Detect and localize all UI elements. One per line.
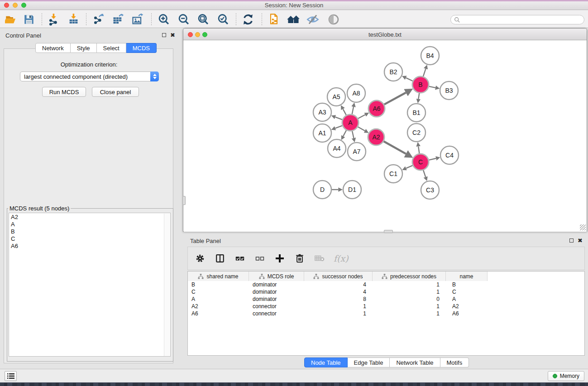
export-network-button[interactable] [92, 13, 105, 26]
edge-A-A8[interactable] [352, 107, 354, 114]
export-table-button[interactable] [111, 13, 125, 26]
graph-node-D1[interactable]: D1 [343, 181, 361, 199]
graph-node-A1[interactable]: A1 [313, 124, 331, 142]
resize-grip-icon[interactable] [580, 224, 586, 230]
table-row[interactable]: Cdominator41C [188, 288, 584, 295]
import-table-button[interactable] [67, 13, 81, 26]
table-row[interactable]: Bdominator41B [188, 281, 584, 288]
edge-B-B2[interactable] [406, 78, 413, 81]
edge-A-A5[interactable] [343, 109, 346, 115]
graph-node-A5[interactable]: A5 [327, 88, 345, 106]
table-row[interactable]: A2connector11A2 [188, 303, 584, 310]
close-panel-button[interactable]: Close panel [92, 87, 139, 97]
columns-button[interactable] [214, 253, 226, 264]
export-image-icon [131, 13, 144, 26]
edge-A-A2[interactable] [358, 127, 365, 131]
graph-node-A[interactable]: A [342, 114, 359, 131]
tab-select[interactable]: Select [97, 43, 126, 53]
gear-button[interactable] [194, 253, 206, 264]
graph-node-A6[interactable]: A6 [368, 100, 385, 117]
edge-A-A6[interactable] [358, 114, 365, 119]
edge-A-A3[interactable] [335, 117, 342, 120]
graph-node-C4[interactable]: C4 [440, 146, 459, 164]
graph-node-C[interactable]: C [412, 154, 429, 170]
zoom-out-button[interactable] [177, 13, 191, 26]
edge-A-A7[interactable] [352, 131, 354, 138]
column-header-mcds-role[interactable]: MCDS role [249, 272, 304, 281]
edge-C-C1[interactable] [406, 166, 412, 168]
select-all-button[interactable] [234, 253, 246, 264]
zoom-in-button[interactable] [157, 13, 171, 26]
close-table-panel-icon[interactable]: ✖ [578, 238, 583, 243]
edge-C-C3[interactable] [423, 170, 425, 177]
clear-table-button[interactable] [314, 253, 325, 264]
network-window-titlebar[interactable]: testGlobe.txt [183, 29, 587, 40]
optimization-criterion-select[interactable]: largest connected component (directed) [20, 71, 159, 81]
column-header-predecessor-nodes[interactable]: predecessor nodes [373, 272, 446, 281]
float-table-panel-icon[interactable] [569, 238, 574, 243]
result-scrollbar[interactable] [164, 214, 170, 357]
float-panel-icon[interactable] [162, 33, 166, 37]
graph-node-A7[interactable]: A7 [348, 143, 366, 161]
memory-button[interactable]: Memory [548, 371, 584, 381]
home-button[interactable] [287, 13, 300, 26]
edge-B-B4[interactable] [423, 69, 426, 76]
show-panel-button[interactable] [327, 13, 340, 26]
deselect-all-button[interactable] [254, 253, 266, 264]
graph-node-C3[interactable]: C3 [421, 181, 439, 199]
graph-node-A2[interactable]: A2 [368, 129, 384, 145]
edge-A6-B[interactable] [384, 93, 406, 105]
graph-node-C2[interactable]: C2 [407, 124, 425, 142]
edge-A-A4[interactable] [343, 130, 346, 136]
graph-node-C1[interactable]: C1 [384, 165, 402, 183]
tab-network-table[interactable]: Network Table [390, 357, 440, 367]
column-header-name[interactable]: name [446, 272, 488, 281]
zoom-selected-button[interactable] [216, 13, 230, 26]
edge-C-C4[interactable] [429, 158, 436, 160]
graph-node-A4[interactable]: A4 [328, 139, 346, 157]
hide-panel-button[interactable] [306, 13, 320, 26]
run-mcds-button[interactable]: Run MCDS [42, 87, 86, 97]
graph-node-B3[interactable]: B3 [440, 81, 458, 100]
task-history-button[interactable] [5, 371, 17, 381]
splitter-handle-bottom[interactable] [384, 230, 393, 233]
graph-node-B[interactable]: B [412, 76, 429, 93]
edge-A-A1[interactable] [335, 126, 342, 129]
tab-mcds[interactable]: MCDS [126, 43, 157, 53]
refresh-layout-button[interactable] [241, 13, 255, 26]
graph-node-A3[interactable]: A3 [313, 103, 331, 121]
edge-B-B3[interactable] [429, 86, 435, 88]
edge-B-B1[interactable] [418, 93, 419, 99]
splitter-handle-left[interactable] [182, 196, 186, 205]
tab-style[interactable]: Style [71, 43, 97, 53]
tab-motifs[interactable]: Motifs [440, 357, 469, 367]
mcds-result-list[interactable]: A2ABCA6 [9, 213, 171, 357]
graph-node-B2[interactable]: B2 [384, 63, 402, 81]
table-row[interactable]: Adominator80A [188, 295, 584, 303]
zoom-fit-button[interactable] [196, 13, 210, 26]
open-session-button[interactable] [4, 13, 18, 26]
network-canvas[interactable]: B4B2BB3A5A8A6B1A3AA1C2A2A4A7C4CC1C3DD1 [184, 41, 587, 232]
tab-node-table[interactable]: Node Table [304, 357, 348, 367]
import-network-button[interactable] [47, 13, 61, 26]
search-field[interactable] [450, 15, 584, 24]
add-column-button[interactable] [274, 253, 286, 264]
table-row[interactable]: A6connector11A6 [188, 310, 584, 317]
edge-C-C2[interactable] [418, 146, 419, 153]
graph-node-D[interactable]: D [313, 181, 331, 199]
export-image-button[interactable] [131, 13, 144, 26]
edge-A2-C[interactable] [384, 141, 406, 154]
function-builder-button[interactable]: f(x) [334, 253, 349, 263]
delete-column-button[interactable] [294, 253, 306, 264]
column-header-successor-nodes[interactable]: successor nodes [304, 272, 373, 281]
graph-node-B4[interactable]: B4 [421, 47, 439, 65]
tab-network[interactable]: Network [35, 43, 71, 53]
save-session-button[interactable] [22, 13, 36, 26]
close-panel-icon[interactable]: ✖ [170, 33, 175, 37]
column-header-shared-name[interactable]: shared name [188, 272, 249, 281]
tab-edge-table[interactable]: Edge Table [348, 357, 390, 367]
graph-node-B1[interactable]: B1 [407, 104, 425, 122]
search-input[interactable] [460, 16, 584, 24]
network-document-button[interactable] [267, 13, 281, 26]
graph-node-A8[interactable]: A8 [347, 84, 365, 102]
